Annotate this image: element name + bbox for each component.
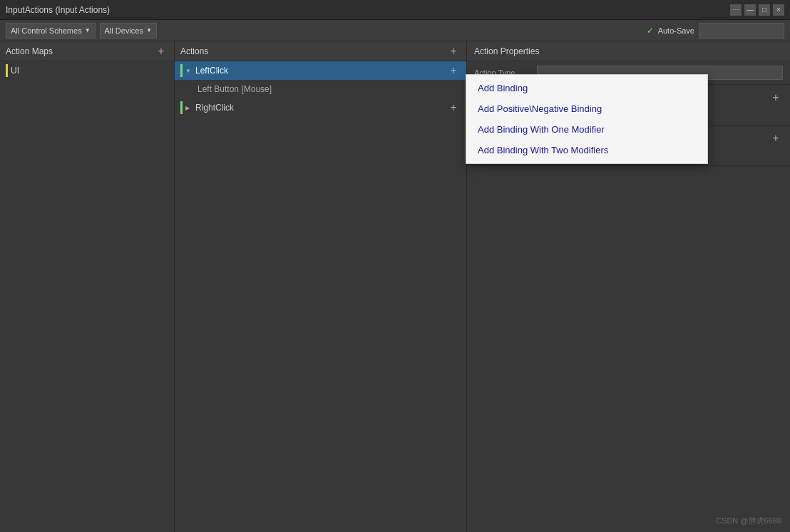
window-title: InputActions (Input Actions) [6, 5, 110, 15]
action-map-item-ui[interactable]: UI [0, 61, 174, 80]
action-expand-icon-leftclick: ▼ [185, 68, 193, 74]
menu-item-add-binding-one-modifier-label: Add Binding With One Modifier [478, 124, 605, 135]
search-input[interactable] [699, 23, 784, 39]
window-controls[interactable]: ⋯ — □ × [730, 4, 784, 16]
autosave-area: ✓ Auto-Save [647, 23, 784, 39]
binding-label-leftbutton: Left Button [Mouse] [198, 84, 272, 94]
menu-item-add-binding-label: Add Binding [478, 83, 528, 93]
autosave-checkmark: ✓ [647, 26, 654, 36]
actions-title: Actions [180, 46, 208, 56]
action-maps-title: Action Maps [6, 46, 53, 56]
menu-item-add-binding-one-modifier[interactable]: Add Binding With One Modifier [466, 119, 707, 140]
devices-label: All Devices [105, 26, 143, 35]
menu-item-add-binding-two-modifiers[interactable]: Add Binding With Two Modifiers [466, 140, 707, 160]
action-maps-list: UI [0, 61, 174, 532]
toolbar: All Control Schemes ▼ All Devices ▼ ✓ Au… [0, 20, 790, 41]
menu-item-add-posneg-binding-label: Add Positive\Negative Binding [478, 103, 602, 114]
binding-dropdown-menu: Add Binding Add Positive\Negative Bindin… [466, 74, 708, 164]
add-action-map-button[interactable]: + [154, 44, 168, 58]
map-item-indicator [6, 64, 8, 77]
actions-list: ▼ LeftClick + Left Button [Mouse] ▶ Righ… [175, 61, 466, 532]
map-item-label: UI [11, 66, 19, 76]
add-action-button[interactable]: + [446, 44, 461, 58]
title-bar-left: InputActions (Input Actions) [6, 5, 110, 15]
menu-item-add-posneg-binding[interactable]: Add Positive\Negative Binding [466, 98, 707, 119]
add-processor-button[interactable]: + [769, 131, 783, 145]
action-maps-header: Action Maps + [0, 41, 174, 61]
maximize-button[interactable]: □ [759, 4, 770, 16]
control-schemes-dropdown[interactable]: All Control Schemes ▼ [6, 23, 96, 39]
minimize-button[interactable]: — [744, 4, 756, 16]
actions-header: Actions + [175, 41, 466, 61]
control-schemes-arrow: ▼ [85, 27, 91, 34]
action-label-leftclick: LeftClick [195, 66, 443, 76]
title-bar: InputActions (Input Actions) ⋯ — □ × [0, 0, 790, 20]
watermark: CSDN @胖虎6688 [716, 516, 781, 526]
add-binding-button-rightclick[interactable]: + [446, 101, 461, 115]
autosave-label: Auto-Save [658, 26, 694, 35]
properties-header: Action Properties [467, 41, 790, 61]
action-indicator-leftclick [180, 64, 183, 77]
control-schemes-label: All Control Schemes [11, 26, 82, 35]
more-options-button[interactable]: ⋯ [730, 4, 742, 16]
action-expand-icon-rightclick: ▶ [185, 105, 193, 111]
properties-title: Action Properties [474, 46, 539, 56]
action-row-rightclick[interactable]: ▶ RightClick + [175, 98, 466, 117]
action-label-rightclick: RightClick [195, 103, 443, 113]
close-button[interactable]: × [773, 4, 784, 16]
action-row-leftclick[interactable]: ▼ LeftClick + [175, 61, 466, 80]
devices-arrow: ▼ [146, 27, 152, 34]
add-binding-button[interactable]: + [446, 63, 461, 78]
devices-dropdown[interactable]: All Devices ▼ [100, 23, 157, 39]
action-maps-panel: Action Maps + UI [0, 41, 175, 532]
menu-item-add-binding-two-modifiers-label: Add Binding With Two Modifiers [478, 145, 608, 155]
menu-item-add-binding[interactable]: Add Binding [466, 78, 707, 98]
add-interaction-button[interactable]: + [769, 91, 783, 105]
actions-panel: Actions + ▼ LeftClick + Left Button [Mou… [175, 41, 467, 532]
binding-row-leftbutton[interactable]: Left Button [Mouse] [175, 80, 466, 98]
action-indicator-rightclick [180, 101, 183, 114]
